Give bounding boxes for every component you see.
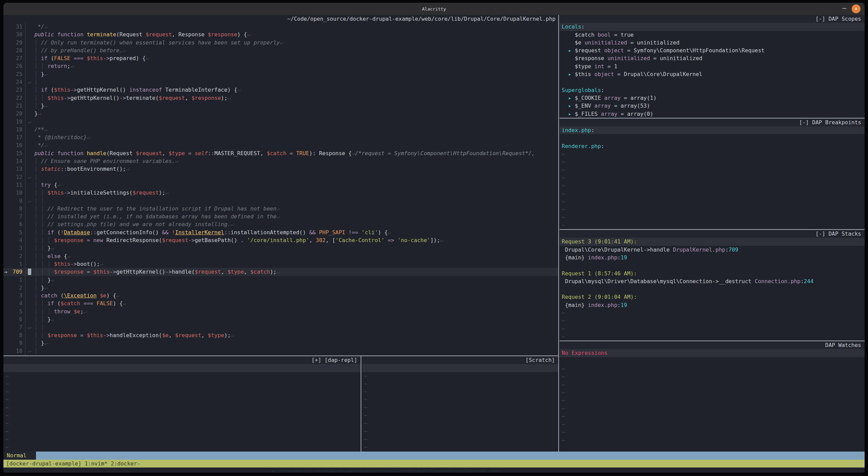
panel-row[interactable] bbox=[560, 134, 865, 142]
panel-row[interactable]: ~ bbox=[3, 443, 361, 451]
vertical-separator[interactable] bbox=[558, 15, 559, 452]
panel-row[interactable]: ~ bbox=[560, 333, 865, 341]
code-line[interactable]: 30 public function terminate(Request $re… bbox=[3, 31, 558, 38]
panel-row[interactable]: ~ bbox=[362, 419, 558, 427]
code-line[interactable]: 27 │ if (FALSE === $this->prepared) {↵ bbox=[3, 54, 558, 62]
panel-row[interactable]: Request 3 (9:01:41 AM): bbox=[560, 238, 865, 245]
code-line[interactable]: 1 │ │ }↵ bbox=[3, 276, 558, 284]
code-line[interactable]: 2 │ }↵ bbox=[3, 284, 558, 292]
panel-row[interactable] bbox=[362, 364, 558, 372]
panel-row[interactable]: No Expressions bbox=[560, 349, 865, 357]
panel-row[interactable]: Drupal\mysql\Driver\Database\mysql\Conne… bbox=[560, 277, 865, 285]
code-line[interactable]: 16 */↵ bbox=[3, 141, 558, 149]
panel-row[interactable]: ▸ $_FILES array = array(0) bbox=[560, 110, 865, 118]
panel-row[interactable]: ~ bbox=[560, 166, 865, 174]
panel-row[interactable]: Locals: bbox=[560, 23, 865, 31]
panel-row[interactable]: ~ bbox=[560, 389, 865, 397]
panel-row[interactable]: Request 2 (9:01:04 AM): bbox=[560, 293, 865, 301]
dap-watches-winbar[interactable]: DAP Watches bbox=[560, 341, 865, 349]
panel-row[interactable]: {main} index.php:19 bbox=[560, 301, 865, 309]
panel-row[interactable]: ~ bbox=[3, 411, 361, 419]
panel-row[interactable]: ▸ $this object = Drupal\Core\DrupalKerne… bbox=[560, 70, 865, 78]
code-line[interactable]: 28 │ // by preHandle() before.↵ bbox=[3, 47, 558, 54]
code-line[interactable]: 7 │ │ // installed yet (i.e., if no $dat… bbox=[3, 213, 558, 220]
panel-row[interactable]: ~ bbox=[560, 405, 865, 413]
code-line[interactable]: 5 │ │ if (!Database::getConnectionInfo()… bbox=[3, 228, 558, 236]
panel-row[interactable]: $type int = 1 bbox=[560, 62, 865, 70]
tmux-status-bar[interactable]: [docker-drupal-example] 1:nvim* 2:docker… bbox=[3, 460, 865, 468]
panel-row[interactable]: ~ bbox=[362, 435, 558, 443]
code-line[interactable]: 19↵ bbox=[3, 118, 558, 126]
code-line[interactable]: 6 │ │ }↵ bbox=[3, 315, 558, 323]
code-line[interactable]: 14 │ // Ensure sane PHP environment vari… bbox=[3, 157, 558, 165]
panel-row[interactable]: ~ bbox=[560, 381, 865, 389]
panel-row[interactable]: ~ bbox=[560, 205, 865, 213]
code-line[interactable]: 26 │ │ return;↵ bbox=[3, 62, 558, 70]
code-line[interactable]: 23 │ if ($this->getHttpKernel() instance… bbox=[3, 86, 558, 94]
scratch-winbar[interactable]: [Scratch] bbox=[362, 356, 558, 364]
panel-row[interactable]: {main} index.php:19 bbox=[560, 254, 865, 261]
code-line[interactable]: 21 │ }↵ bbox=[3, 102, 558, 110]
code-line[interactable]: 9↵ │ │ bbox=[3, 197, 558, 205]
panel-row[interactable]: ~ bbox=[362, 396, 558, 403]
panel-row[interactable]: ~ bbox=[560, 436, 865, 444]
panel-row[interactable]: $catch bool = true bbox=[560, 31, 865, 39]
code-line[interactable]: 8 │ │ $response = $this->handleException… bbox=[3, 331, 558, 339]
panel-row[interactable]: ~ bbox=[560, 365, 865, 373]
titlebar[interactable]: Alacritty – ✕ bbox=[3, 3, 865, 15]
panel-row[interactable] bbox=[560, 261, 865, 269]
code-line[interactable]: 4 │ │ │ $response = new RedirectResponse… bbox=[3, 236, 558, 244]
panel-row[interactable]: ~ bbox=[3, 372, 361, 380]
code-line[interactable]: 4 │ │ if ($catch === FALSE) {↵ bbox=[3, 299, 558, 307]
code-line[interactable]: 12↵ │ bbox=[3, 173, 558, 181]
panel-row[interactable]: ~ bbox=[560, 198, 865, 205]
code-line[interactable]: 10 │ │ $this->initializeSettings($reques… bbox=[3, 189, 558, 197]
panel-row[interactable]: ~ bbox=[560, 213, 865, 221]
code-line[interactable]: 13 │ static::bootEnvironment();↵ bbox=[3, 165, 558, 173]
minimize-button[interactable]: – bbox=[843, 4, 846, 12]
panel-row[interactable]: Request 1 (8:57:46 AM): bbox=[560, 270, 865, 277]
panel-row[interactable] bbox=[560, 285, 865, 293]
panel-row[interactable]: ~ bbox=[362, 427, 558, 435]
panel-row[interactable]: ~ bbox=[560, 221, 865, 229]
panel-row[interactable] bbox=[560, 357, 865, 365]
panel-row[interactable]: ▸ $_ENV array = array(53) bbox=[560, 102, 865, 110]
code-line[interactable]: 6 │ │ // settings.php file) and we are n… bbox=[3, 220, 558, 228]
scratch-pane[interactable]: [Scratch] ~~~~~~~~~~ bbox=[362, 356, 558, 452]
panel-row[interactable]: ~ bbox=[3, 380, 361, 388]
panel-row[interactable]: ~ bbox=[560, 428, 865, 436]
code-line[interactable]: 8 │ │ // Redirect the user to the instal… bbox=[3, 205, 558, 213]
dap-repl-pane[interactable]: [+] [dap-repl] ~~~~~~~~~~ bbox=[3, 356, 361, 452]
code-line[interactable]: 25 │ }↵ bbox=[3, 70, 558, 78]
code-line[interactable]: 17 * {@inheritdoc}↵ bbox=[3, 133, 558, 141]
panel-row[interactable]: ~ bbox=[362, 388, 558, 396]
code-line[interactable]: 15 public function handle(Request $reque… bbox=[3, 149, 558, 157]
panel-row[interactable]: ~ bbox=[560, 190, 865, 198]
panel-row[interactable]: ~ bbox=[560, 397, 865, 404]
panel-row[interactable]: Drupal\Core\DrupalKernel->handle DrupalK… bbox=[560, 246, 865, 254]
panel-row[interactable]: ▸ $_COOKIE array = array(1) bbox=[560, 94, 865, 102]
code-line[interactable]: 9 │ }↵ bbox=[3, 339, 558, 347]
panel-row[interactable]: ▸ $request object = Symfony\Component\Ht… bbox=[560, 47, 865, 54]
panel-row[interactable]: ~ bbox=[3, 427, 361, 435]
code-line[interactable]: →709 │ │ │ $response = $this->getHttpKer… bbox=[3, 268, 558, 276]
panel-row[interactable] bbox=[560, 78, 865, 86]
panel-row[interactable]: ~ bbox=[3, 404, 361, 411]
close-button[interactable]: ✕ bbox=[852, 4, 861, 13]
panel-row[interactable]: ~ bbox=[362, 372, 558, 380]
dap-repl-winbar[interactable]: [+] [dap-repl] bbox=[3, 356, 361, 364]
panel-row[interactable]: ~ bbox=[560, 182, 865, 189]
code-line[interactable]: 18 /**↵ bbox=[3, 126, 558, 133]
panel-row[interactable]: ~ bbox=[560, 413, 865, 420]
dap-stacks-winbar[interactable]: [-] DAP Stacks bbox=[560, 230, 865, 238]
panel-row[interactable]: ~ bbox=[560, 150, 865, 158]
code-line[interactable]: 22 │ │ $this->getHttpKernel()->terminate… bbox=[3, 94, 558, 102]
code-line[interactable]: 11 │ try {↵ bbox=[3, 181, 558, 189]
code-pane[interactable]: 31 */↵30 public function terminate(Reque… bbox=[3, 23, 558, 355]
code-line[interactable]: 5 │ │ │ throw $e;↵ bbox=[3, 308, 558, 315]
panel-row[interactable]: ~ bbox=[560, 325, 865, 333]
panel-row[interactable]: ~ bbox=[560, 174, 865, 182]
panel-row[interactable]: ~ bbox=[362, 443, 558, 451]
terminal[interactable]: ~/Code/open_source/docker-drupal-example… bbox=[3, 15, 865, 473]
code-line[interactable]: 31 */↵ bbox=[3, 23, 558, 31]
